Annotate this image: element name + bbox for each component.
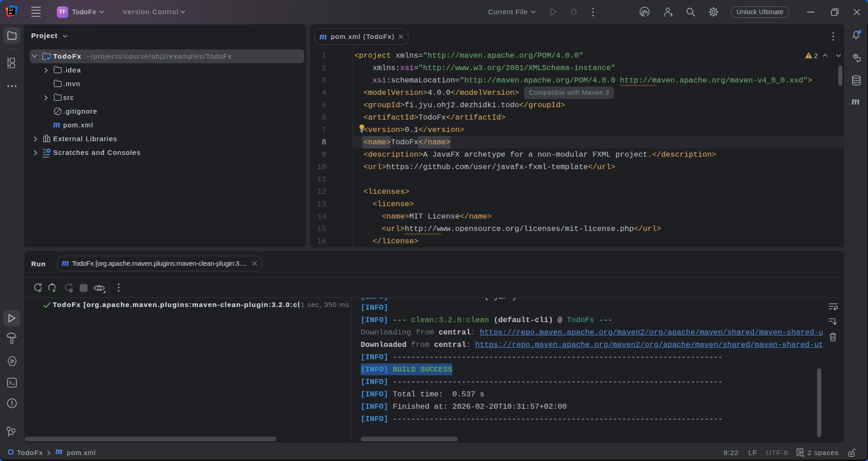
svg-text:IJ: IJ bbox=[9, 8, 13, 12]
